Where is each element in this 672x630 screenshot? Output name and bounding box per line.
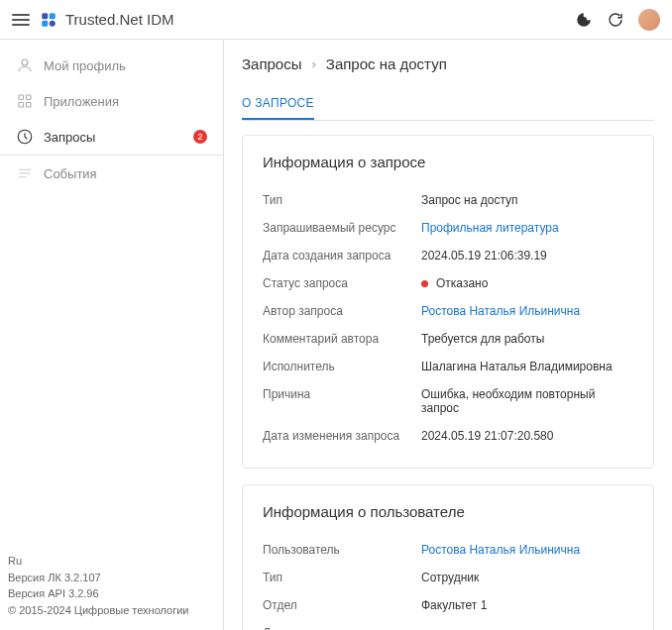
svg-rect-3: [50, 20, 56, 26]
card-title: Информация о пользователе: [263, 503, 633, 520]
topbar: Trusted.Net IDM: [0, 0, 672, 40]
breadcrumb-root[interactable]: Запросы: [242, 55, 302, 72]
svg-rect-2: [42, 20, 48, 26]
row-reason: ПричинаОшибка, необходим повторный запро…: [263, 380, 633, 422]
footer-copyright: © 2015-2024 Цифровые технологии: [8, 602, 215, 619]
row-dept: ОтделФакультет 1: [263, 591, 633, 619]
sidebar-item-apps[interactable]: Приложения: [0, 83, 223, 119]
row-created: Дата создания запроса2024.05.19 21:06:39…: [263, 242, 633, 269]
row-modified: Дата изменения запроса2024.05.19 21:07:2…: [263, 422, 633, 450]
row-type: ТипЗапрос на доступ: [263, 186, 633, 214]
logo-icon: [40, 11, 57, 29]
resource-link[interactable]: Профильная литература: [421, 221, 559, 235]
request-info-card: Информация о запросе ТипЗапрос на доступ…: [242, 135, 654, 469]
row-position: Должность: [263, 619, 633, 630]
footer-api-version: Версия API 3.2.96: [8, 585, 215, 602]
row-user-type: ТипСотрудник: [263, 564, 633, 591]
breadcrumb-current: Запрос на доступ: [326, 55, 447, 72]
card-title: Информация о запросе: [263, 154, 633, 170]
tab-about[interactable]: О ЗАПРОСЕ: [242, 88, 314, 120]
sidebar-item-label: Приложения: [44, 94, 119, 109]
main-content: Запросы › Запрос на доступ О ЗАПРОСЕ Инф…: [224, 40, 672, 630]
svg-rect-0: [42, 13, 48, 19]
sidebar-footer: Ru Версия ЛК 3.2.107 Версия API 3.2.96 ©…: [0, 543, 223, 630]
svg-rect-8: [19, 103, 24, 108]
footer-lang: Ru: [8, 553, 215, 570]
sidebar-item-label: Мой профиль: [44, 58, 126, 73]
row-author: Автор запросаРостова Наталья Ильинична: [263, 297, 633, 325]
svg-point-5: [22, 59, 28, 65]
sidebar-item-requests[interactable]: Запросы 2: [0, 119, 223, 156]
tabs: О ЗАПРОСЕ: [242, 88, 654, 121]
svg-rect-1: [50, 13, 56, 19]
svg-rect-7: [27, 95, 32, 100]
app-title: Trusted.Net IDM: [65, 11, 575, 28]
badge-count: 2: [193, 130, 207, 144]
breadcrumb: Запросы › Запрос на доступ: [242, 55, 654, 72]
row-resource: Запрашиваемый ресурсПрофильная литератур…: [263, 214, 633, 242]
user-icon: [16, 56, 34, 74]
footer-lk-version: Версия ЛК 3.2.107: [8, 570, 215, 586]
menu-icon[interactable]: [12, 11, 30, 29]
row-user: ПользовательРостова Наталья Ильинична: [263, 536, 633, 564]
topbar-actions: [575, 9, 660, 31]
theme-toggle-icon[interactable]: [575, 11, 593, 29]
chevron-right-icon: ›: [312, 56, 316, 71]
sidebar-item-profile[interactable]: Мой профиль: [0, 48, 223, 83]
user-link[interactable]: Ростова Наталья Ильинична: [421, 543, 580, 557]
reload-icon[interactable]: [607, 11, 624, 29]
row-executor: ИсполнительШалагина Наталья Владимировна: [263, 353, 633, 380]
avatar[interactable]: [638, 9, 660, 31]
row-comment: Комментарий автораТребуется для работы: [263, 325, 633, 353]
list-icon: [16, 164, 34, 182]
user-info-card: Информация о пользователе ПользовательРо…: [242, 484, 654, 630]
sidebar: Мой профиль Приложения Запросы 2 События…: [0, 40, 224, 630]
svg-point-4: [581, 17, 587, 23]
svg-rect-6: [19, 95, 24, 100]
sidebar-item-events[interactable]: События: [0, 156, 223, 191]
status-dot-icon: [421, 280, 428, 287]
row-status: Статус запросаОтказано: [263, 269, 633, 297]
svg-rect-9: [27, 103, 32, 108]
author-link[interactable]: Ростова Наталья Ильинична: [421, 304, 580, 318]
history-icon: [16, 128, 34, 146]
sidebar-item-label: Запросы: [44, 130, 95, 145]
apps-icon: [16, 92, 34, 110]
sidebar-item-label: События: [44, 166, 97, 181]
